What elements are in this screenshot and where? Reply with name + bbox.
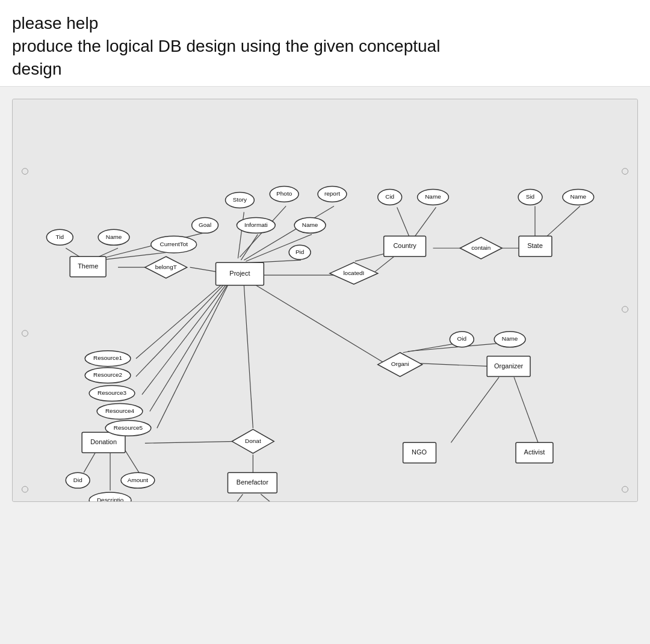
- svg-text:Sid: Sid: [526, 194, 534, 200]
- svg-text:Photo: Photo: [276, 191, 292, 197]
- svg-text:Oid: Oid: [457, 336, 467, 342]
- svg-text:Pid: Pid: [296, 249, 304, 255]
- svg-text:Tid: Tid: [56, 234, 64, 240]
- svg-text:Goal: Goal: [199, 221, 211, 228]
- svg-text:Project: Project: [229, 270, 250, 277]
- svg-text:Activist: Activist: [524, 449, 545, 456]
- svg-text:State: State: [527, 243, 543, 250]
- svg-text:Organi: Organi: [391, 361, 409, 368]
- header-line3: design: [12, 60, 62, 78]
- svg-text:Country: Country: [393, 243, 416, 250]
- svg-text:Cid: Cid: [385, 194, 394, 200]
- svg-text:Donation: Donation: [90, 439, 117, 446]
- svg-text:Did: Did: [73, 477, 82, 483]
- svg-text:locatedI: locatedI: [343, 270, 364, 276]
- er-diagram: Project Theme Country State Organizer Do…: [12, 99, 638, 502]
- svg-text:Name: Name: [302, 221, 318, 228]
- svg-text:Name: Name: [570, 194, 586, 200]
- svg-text:Resource3: Resource3: [98, 390, 127, 397]
- svg-text:Donat: Donat: [245, 438, 261, 444]
- header-text: please help produce the logical DB desig…: [12, 12, 638, 80]
- svg-text:belongT: belongT: [155, 264, 177, 270]
- svg-text:Informati: Informati: [244, 221, 268, 228]
- svg-text:Story: Story: [233, 197, 247, 203]
- svg-text:Benefactor: Benefactor: [237, 478, 268, 486]
- header-line2: produce the logical DB design using the …: [12, 37, 440, 55]
- svg-text:Amount: Amount: [128, 477, 149, 483]
- header-line1: please help: [12, 14, 98, 33]
- svg-text:report: report: [324, 191, 340, 197]
- svg-text:Resource1: Resource1: [93, 355, 123, 362]
- svg-text:Name: Name: [502, 336, 518, 342]
- svg-text:CurrentTot: CurrentTot: [159, 241, 188, 247]
- svg-text:Resource5: Resource5: [114, 424, 143, 431]
- svg-text:NGO: NGO: [412, 449, 427, 456]
- svg-text:Descriptio: Descriptio: [97, 497, 124, 501]
- page-header: please help produce the logical DB desig…: [0, 0, 650, 87]
- svg-text:Theme: Theme: [78, 262, 98, 270]
- svg-text:Organizer: Organizer: [494, 362, 523, 370]
- svg-text:Resource2: Resource2: [93, 372, 123, 379]
- svg-text:contain: contain: [471, 244, 491, 251]
- svg-text:Name: Name: [425, 194, 441, 200]
- svg-text:Name: Name: [106, 234, 122, 240]
- svg-text:Resource4: Resource4: [105, 407, 135, 414]
